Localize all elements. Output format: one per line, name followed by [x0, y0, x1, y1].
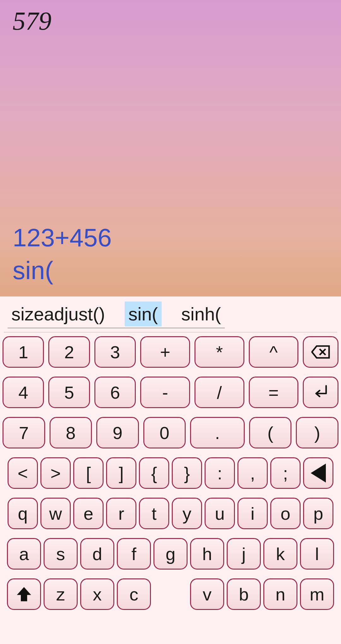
key-q[interactable]: q — [8, 498, 38, 529]
key-lt[interactable]: < — [8, 457, 38, 489]
key-a[interactable]: a — [7, 538, 41, 570]
key-semicolon[interactable]: ; — [270, 457, 301, 489]
key-o[interactable]: o — [270, 498, 301, 529]
key-d[interactable]: d — [80, 538, 114, 570]
key-backspace[interactable] — [303, 336, 338, 368]
keyboard-row-7: z x c v b n m — [3, 578, 338, 610]
key-divide[interactable]: / — [194, 377, 244, 408]
suggestion-bar: sizeadjust() sin( sinh( — [4, 296, 337, 332]
key-8[interactable]: 8 — [50, 417, 92, 448]
suggestion-item-1[interactable]: sin( — [125, 302, 162, 326]
key-t[interactable]: t — [139, 498, 169, 529]
key-i[interactable]: i — [237, 498, 268, 529]
key-e[interactable]: e — [73, 498, 104, 529]
key-r[interactable]: r — [106, 498, 136, 529]
key-b[interactable]: b — [227, 578, 261, 610]
key-y[interactable]: y — [172, 498, 202, 529]
key-left[interactable] — [303, 457, 333, 489]
key-9[interactable]: 9 — [96, 417, 139, 448]
key-l[interactable]: l — [300, 538, 334, 570]
calculator-display: 579 123+456 sin( — [0, 0, 341, 296]
key-rbrace[interactable]: } — [172, 457, 202, 489]
key-6[interactable]: 6 — [94, 377, 136, 408]
key-h[interactable]: h — [190, 538, 224, 570]
keyboard-row-5: q w e r t y u i o p — [3, 498, 338, 529]
result-value: 579 — [13, 6, 328, 36]
key-z[interactable]: z — [44, 578, 78, 610]
key-7[interactable]: 7 — [3, 417, 45, 448]
suggestion-item-2[interactable]: sinh( — [177, 302, 225, 326]
key-3[interactable]: 3 — [94, 336, 136, 368]
key-n[interactable]: n — [263, 578, 297, 610]
key-k[interactable]: k — [263, 538, 297, 570]
backspace-icon — [311, 342, 330, 361]
key-power[interactable]: ^ — [249, 336, 299, 368]
key-g[interactable]: g — [153, 538, 188, 570]
key-gt[interactable]: > — [40, 457, 71, 489]
expression-line-2: sin( — [13, 256, 53, 284]
key-lparen[interactable]: ( — [249, 417, 292, 448]
key-lbrace[interactable]: { — [139, 457, 169, 489]
key-plus[interactable]: + — [140, 336, 190, 368]
expression-line-1: 123+456 — [13, 224, 112, 252]
key-w[interactable]: w — [40, 498, 71, 529]
key-comma[interactable]: , — [237, 457, 268, 489]
keyboard-row-4: < > [ ] { } : , ; — [3, 457, 338, 489]
key-p[interactable]: p — [303, 498, 333, 529]
key-rbracket[interactable]: ] — [106, 457, 136, 489]
key-v[interactable]: v — [190, 578, 224, 610]
left-triangle-icon — [311, 464, 326, 483]
key-dot[interactable]: . — [190, 417, 245, 448]
key-equals[interactable]: = — [249, 377, 299, 408]
key-minus[interactable]: - — [140, 377, 190, 408]
keyboard-row-3: 7 8 9 0 . ( ) — [3, 417, 338, 448]
expression-input[interactable]: 123+456 sin( — [13, 221, 328, 287]
enter-icon — [311, 383, 330, 402]
key-rparen[interactable]: ) — [296, 417, 338, 448]
key-u[interactable]: u — [205, 498, 235, 529]
key-2[interactable]: 2 — [48, 336, 90, 368]
key-1[interactable]: 1 — [3, 336, 44, 368]
key-f[interactable]: f — [117, 538, 151, 570]
key-multiply[interactable]: * — [194, 336, 244, 368]
key-0[interactable]: 0 — [143, 417, 186, 448]
key-colon[interactable]: : — [205, 457, 235, 489]
keyboard-row-1: 1 2 3 + * ^ — [3, 336, 338, 368]
key-c[interactable]: c — [117, 578, 151, 610]
shift-up-icon — [15, 585, 33, 604]
keyboard-row-6: a s d f g h j k l — [3, 538, 338, 570]
key-m[interactable]: m — [300, 578, 334, 610]
keyboard: 1 2 3 + * ^ 4 5 6 - / = 7 8 9 0 . ( ) < … — [0, 332, 341, 612]
key-shift[interactable] — [7, 578, 41, 610]
key-j[interactable]: j — [227, 538, 261, 570]
key-lbracket[interactable]: [ — [73, 457, 104, 489]
keyboard-row-2: 4 5 6 - / = — [3, 377, 338, 408]
suggestion-item-0[interactable]: sizeadjust() — [8, 302, 109, 326]
key-enter[interactable] — [303, 377, 338, 408]
key-4[interactable]: 4 — [3, 377, 44, 408]
key-5[interactable]: 5 — [48, 377, 90, 408]
key-s[interactable]: s — [44, 538, 78, 570]
key-x[interactable]: x — [80, 578, 114, 610]
